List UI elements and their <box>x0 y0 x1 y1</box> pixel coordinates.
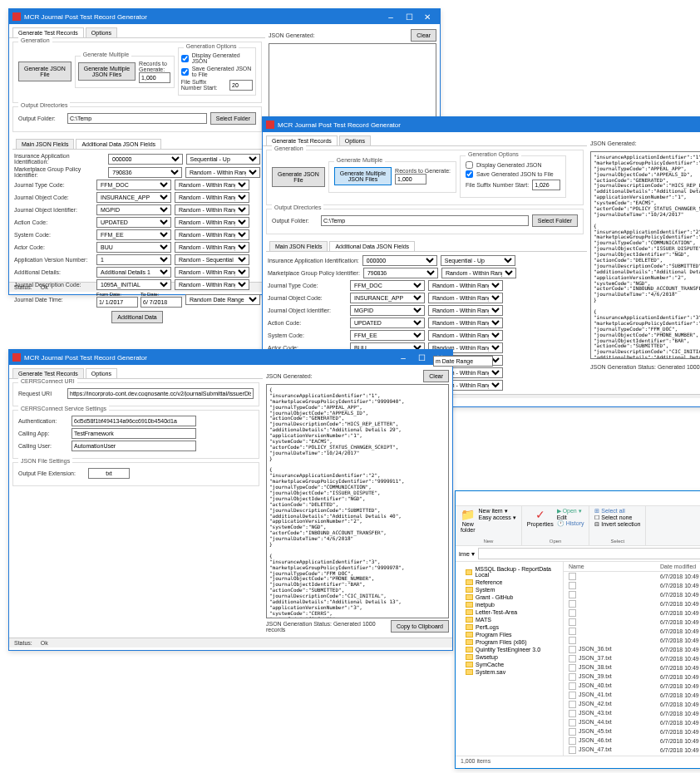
titlebar[interactable]: MCR Journal Post Test Record Generator –… <box>9 9 440 24</box>
field-value-select[interactable]: BUU <box>96 242 171 253</box>
tab-additional-fields[interactable]: Additional Data JSON Fields <box>329 241 415 251</box>
file-row[interactable]: JSON_46.txt6/7/2018 10:49 AMText Documen… <box>564 736 700 746</box>
file-row[interactable]: 6/7/2018 10:49 AMText Document1 KB <box>564 590 700 599</box>
field-mode-select[interactable]: Random - Within Range <box>175 192 249 203</box>
nav-folder-item[interactable]: inetpub <box>459 601 560 608</box>
field-value-select[interactable]: 790836 <box>108 167 182 178</box>
field-mode-select[interactable]: Random - Within Range <box>175 180 249 190</box>
json-output-box[interactable]: { "insuranceApplicationIdentifier":"1", … <box>266 384 449 618</box>
request-uri-input[interactable] <box>67 388 254 399</box>
field-mode-select[interactable]: Sequential - Up <box>186 154 260 165</box>
field-mode-select[interactable]: Random - Within Range <box>428 305 503 316</box>
field-mode-select[interactable]: Random - Sequential <box>175 254 249 265</box>
field-mode-select[interactable]: Random - Within Range <box>428 330 503 341</box>
field-value-select[interactable]: 790836 <box>363 268 438 278</box>
nav-folder-item[interactable]: PerfLogs <box>459 623 560 631</box>
tab-generate[interactable]: Generate Test Records <box>12 368 84 378</box>
file-row[interactable]: 6/7/2018 10:49 AMText Document1 KB <box>564 636 700 645</box>
display-generated-checkbox[interactable] <box>466 161 473 169</box>
field-mode-select[interactable]: Random - Within Range <box>175 204 249 215</box>
file-row[interactable]: JSON_37.txt6/7/2018 10:49 AMText Documen… <box>564 654 700 663</box>
history-button[interactable]: 🕐 History <box>557 520 584 527</box>
field-value-select[interactable]: INSURANCE_APP <box>96 192 171 203</box>
select-none-button[interactable]: ☐ Select none <box>594 515 640 521</box>
field-value-select[interactable]: Additional Details 1 <box>96 267 171 278</box>
field-value-select[interactable]: 1095A_INITIAL <box>96 279 171 290</box>
nav-folder-item[interactable]: Reference <box>459 579 560 586</box>
generate-json-button[interactable]: Generate JSON File <box>18 62 71 81</box>
auth-input[interactable] <box>71 416 196 426</box>
maximize-button[interactable]: ☐ <box>400 10 418 23</box>
field-value-select[interactable]: 000000 <box>108 154 182 165</box>
nav-folder-item[interactable]: System <box>459 586 560 593</box>
file-row[interactable]: JSON_36.txt6/7/2018 10:49 AMText Documen… <box>564 645 700 654</box>
field-mode-select[interactable]: Random - Within Range <box>175 279 249 290</box>
save-generated-checkbox[interactable] <box>466 170 473 178</box>
nav-folder-item[interactable]: System.sav <box>459 668 560 676</box>
file-row[interactable]: 6/7/2018 10:49 AMText Document1 KB <box>564 572 700 582</box>
file-row[interactable]: 6/7/2018 10:49 AMText Document1 KB <box>564 627 700 636</box>
nav-folder-item[interactable]: Program Files <box>459 631 560 638</box>
file-row[interactable]: JSON_47.txt6/7/2018 10:49 AMText Documen… <box>564 746 700 755</box>
nav-folder-item[interactable]: MSSQL Backup - ReportData Local <box>459 565 560 579</box>
nav-folder-item[interactable]: Quintity TestEngineer 3.0 <box>459 646 560 653</box>
generate-json-button[interactable]: Generate JSON File <box>272 167 325 187</box>
file-row[interactable]: 6/7/2018 10:49 AMText Document1 KB <box>564 618 700 627</box>
file-row[interactable]: JSON_48.txt6/7/2018 10:49 AMText Documen… <box>564 755 700 756</box>
invert-selection-button[interactable]: ⊟ Invert selection <box>594 521 640 528</box>
field-mode-select[interactable]: Random - Within Range <box>428 318 503 328</box>
field-value-select[interactable]: 000000 <box>362 255 437 266</box>
clear-button[interactable]: Clear <box>411 29 436 42</box>
nav-folder-item[interactable]: Program Files (x86) <box>459 638 560 646</box>
easy-access-button[interactable]: Easy access ▾ <box>479 515 516 521</box>
date-mode-dropdown-partial[interactable]: m Date Range <box>433 356 493 367</box>
field-value-select[interactable]: UPDATED <box>350 318 425 328</box>
field-mode-select[interactable]: Random - Within Range <box>428 293 503 303</box>
field-value-select[interactable]: FFM_EE <box>350 330 425 341</box>
field-value-select[interactable]: INSURANCE_APP <box>350 293 425 303</box>
field-value-select[interactable]: MGPID <box>96 204 171 215</box>
select-folder-button[interactable]: Select Folder <box>210 112 256 125</box>
file-row[interactable]: JSON_45.txt6/7/2018 10:49 AMText Documen… <box>564 727 700 736</box>
records-to-generate-input[interactable] <box>139 72 170 83</box>
col-date[interactable]: Date modified <box>655 562 700 572</box>
file-row[interactable]: 6/7/2018 10:49 AMText Document1 KB <box>564 599 700 608</box>
field-mode-select[interactable]: Random - Within Range <box>428 280 503 291</box>
additional-data-button[interactable]: Additional Data <box>111 311 162 323</box>
nav-folder-item[interactable]: Letter-Test-Area <box>459 608 560 616</box>
forward-partial[interactable]: ime ▾ <box>459 550 475 558</box>
file-row[interactable]: JSON_41.txt6/7/2018 10:49 AMText Documen… <box>564 691 700 700</box>
nav-folder-item[interactable]: Swsetup <box>459 653 560 661</box>
save-generated-checkbox[interactable] <box>181 68 189 76</box>
minimize-button[interactable]: – <box>382 10 400 23</box>
field-value-select[interactable]: FFM_DOC <box>96 180 171 190</box>
field-mode-select[interactable]: Random - Within Range <box>185 167 260 178</box>
file-row[interactable]: JSON_38.txt6/7/2018 10:49 AMText Documen… <box>564 663 700 672</box>
to-date-input[interactable] <box>140 297 182 308</box>
maximize-button[interactable]: ☐ <box>412 351 431 364</box>
tab-generate[interactable]: Generate Test Records <box>12 27 84 37</box>
suffix-start-input[interactable] <box>229 80 253 91</box>
file-row[interactable]: 6/7/2018 10:49 AMText Document1 KB <box>564 581 700 590</box>
new-item-button[interactable]: New item ▾ <box>479 508 516 515</box>
field-mode-select[interactable]: Random - Within Range <box>175 229 249 240</box>
tab-options[interactable]: Options <box>86 368 117 378</box>
records-to-generate-input[interactable] <box>395 174 426 185</box>
nav-folder-item[interactable]: MATS <box>459 616 560 623</box>
nav-panel[interactable]: MSSQL Backup - ReportData LocalReference… <box>456 562 564 756</box>
file-row[interactable]: 6/7/2018 10:49 AMText Document1 KB <box>564 608 700 618</box>
output-folder-input[interactable] <box>321 215 529 226</box>
field-value-select[interactable]: MGPID <box>350 305 425 316</box>
from-date-input[interactable] <box>96 297 138 308</box>
display-generated-checkbox[interactable] <box>181 55 189 62</box>
file-row[interactable]: JSON_39.txt6/7/2018 10:49 AMText Documen… <box>564 672 700 682</box>
open-button[interactable]: ▶ Open ▾ <box>557 508 584 515</box>
tab-additional-fields[interactable]: Additional Data JSON Fields <box>76 139 161 149</box>
field-mode-select[interactable]: Random - Within Range <box>175 217 249 228</box>
field-mode-select[interactable]: Sequential - Up <box>441 255 515 266</box>
generate-multiple-button[interactable]: Generate Multiple JSON Files <box>78 62 136 81</box>
files-panel[interactable]: Name Date modified Type Size 6/7/2018 10… <box>564 562 700 756</box>
field-value-select[interactable]: FFM_DOC <box>350 280 425 291</box>
json-output-box[interactable]: "insuranceApplicationIdentifier":"1", "m… <box>590 151 700 359</box>
minimize-button[interactable]: – <box>394 351 412 364</box>
